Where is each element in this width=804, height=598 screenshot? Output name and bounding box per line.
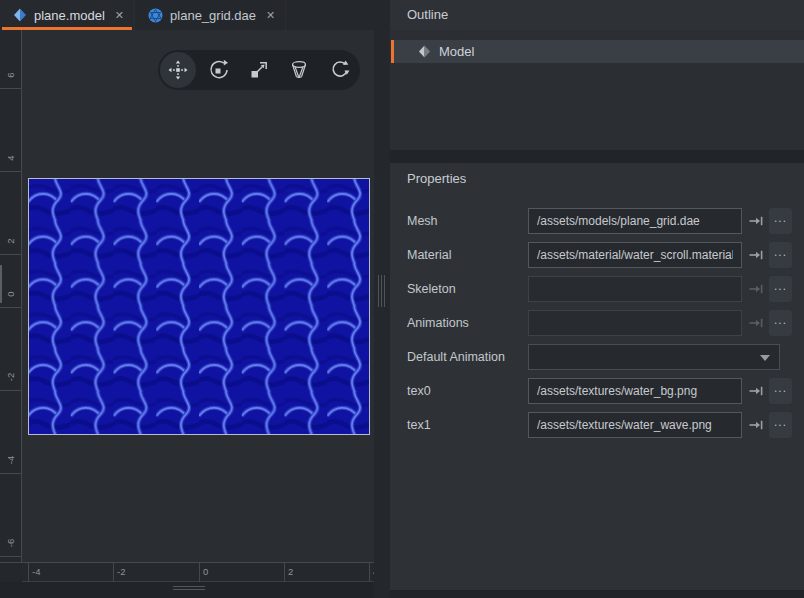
goto-asset-button[interactable] — [745, 208, 767, 234]
tex1-path-input[interactable] — [528, 412, 742, 438]
tab-label: plane_grid.dae — [170, 8, 256, 23]
tex0-path-input[interactable] — [528, 378, 742, 404]
property-row-tex0: tex0 ... — [390, 378, 804, 404]
browse-button[interactable]: ... — [769, 310, 792, 336]
mesh-path-input[interactable] — [528, 208, 742, 234]
close-icon[interactable]: ✕ — [266, 9, 275, 22]
property-label: Mesh — [407, 208, 438, 234]
ruler-label: -4 — [4, 449, 18, 471]
viewport-bottom-strip — [0, 582, 374, 598]
ruler-label: 0 — [203, 566, 208, 577]
property-label: tex1 — [407, 412, 431, 438]
refresh-tool-button[interactable] — [320, 50, 360, 90]
move-tool-button[interactable] — [158, 50, 198, 90]
goto-asset-button-disabled — [745, 310, 767, 336]
property-row-animations: Animations ... — [390, 310, 804, 336]
horizontal-ruler: -4 -2 0 2 4 — [22, 562, 374, 582]
viewport-canvas[interactable]: 6 4 2 0 -2 -4 -6 -4 -2 0 2 4 — [0, 30, 374, 598]
browse-button[interactable]: ... — [769, 242, 792, 268]
browse-button[interactable]: ... — [769, 378, 792, 404]
vertical-scrollbar[interactable] — [0, 265, 2, 303]
property-row-mesh: Mesh ... — [390, 208, 804, 234]
scale-tool-button[interactable] — [239, 50, 279, 90]
ruler-label: -4 — [32, 566, 40, 577]
goto-asset-icon — [748, 282, 764, 296]
property-row-tex1: tex1 ... — [390, 412, 804, 438]
browse-button[interactable]: ... — [769, 276, 792, 302]
goto-asset-button[interactable] — [745, 378, 767, 404]
viewport-toolbar — [158, 50, 360, 90]
model-diamond-icon — [418, 45, 431, 58]
panel-bottom-strip — [390, 590, 804, 598]
ruler-label: -2 — [4, 366, 18, 388]
ruler-label: 4 — [4, 147, 18, 169]
ruler-label: -6 — [4, 532, 18, 554]
horizontal-scrollbar[interactable] — [173, 586, 205, 591]
property-row-skeleton: Skeleton ... — [390, 276, 804, 302]
goto-asset-icon — [748, 248, 764, 262]
tab-label: plane.model — [34, 8, 105, 23]
panel-splitter[interactable] — [374, 30, 390, 598]
asset-editor-window: plane.model ✕ plane_grid.dae ✕ — [0, 0, 804, 598]
animations-path-input[interactable] — [528, 310, 742, 336]
goto-asset-button-disabled — [745, 276, 767, 302]
property-label: Animations — [407, 310, 469, 336]
goto-asset-button[interactable] — [745, 412, 767, 438]
outline-section: Outline Model — [390, 0, 804, 150]
outline-header: Outline — [390, 0, 804, 30]
goto-asset-icon — [748, 214, 764, 228]
default-animation-select[interactable] — [528, 344, 780, 370]
browse-button[interactable]: ... — [769, 412, 792, 438]
splitter-grip — [378, 275, 386, 307]
goto-asset-button[interactable] — [745, 242, 767, 268]
rotate-tool-button[interactable] — [198, 50, 238, 90]
tab-plane-model[interactable]: plane.model ✕ — [0, 0, 135, 30]
browse-button[interactable]: ... — [769, 208, 792, 234]
ruler-corner — [0, 562, 22, 582]
properties-header: Properties — [407, 171, 466, 186]
ruler-label: 2 — [288, 566, 293, 577]
properties-section: Properties Mesh ... Material — [390, 163, 804, 590]
model-diamond-icon — [13, 8, 27, 22]
ruler-label: 2 — [4, 230, 18, 252]
property-row-default-animation: Default Animation — [390, 344, 804, 370]
mesh-wireframe-icon — [287, 58, 311, 82]
goto-asset-icon — [748, 384, 764, 398]
tab-plane-grid-dae[interactable]: plane_grid.dae ✕ — [135, 0, 286, 30]
ruler-label: 6 — [4, 64, 18, 86]
move-icon — [166, 58, 190, 82]
ruler-label: -2 — [117, 566, 125, 577]
inspector-panel: Outline Model Properties Mesh — [390, 0, 804, 598]
tab-bar: plane.model ✕ plane_grid.dae ✕ — [0, 0, 390, 30]
goto-asset-icon — [748, 418, 764, 432]
rotate-icon — [207, 58, 231, 82]
water-plane-preview — [28, 178, 370, 439]
mesh-wireframe-tool-button[interactable] — [279, 50, 319, 90]
property-label: Skeleton — [407, 276, 456, 302]
outline-item-model[interactable]: Model — [391, 40, 804, 63]
material-path-input[interactable] — [528, 242, 742, 268]
close-icon[interactable]: ✕ — [115, 9, 124, 22]
property-label: Default Animation — [407, 344, 505, 370]
property-row-material: Material ... — [390, 242, 804, 268]
ruler-label: 0 — [4, 283, 18, 305]
dropdown-arrow-icon — [760, 355, 770, 361]
outline-item-label: Model — [439, 44, 474, 59]
goto-asset-icon — [748, 316, 764, 330]
property-label: Material — [407, 242, 451, 268]
property-label: tex0 — [407, 378, 431, 404]
geosphere-icon — [148, 8, 163, 23]
scale-icon — [247, 58, 271, 82]
refresh-icon — [328, 58, 352, 82]
skeleton-path-input[interactable] — [528, 276, 742, 302]
vertical-ruler: 6 4 2 0 -2 -4 -6 — [0, 30, 22, 562]
